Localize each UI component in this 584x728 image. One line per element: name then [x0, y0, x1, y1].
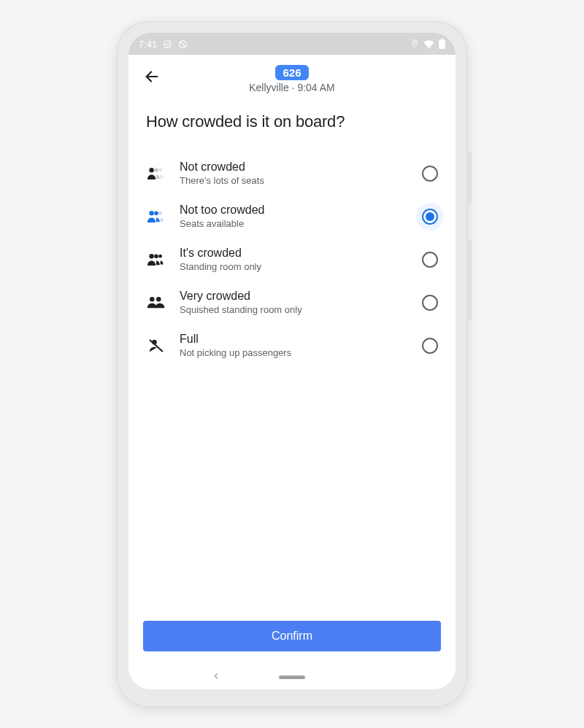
phone-side-button	[467, 152, 472, 204]
svg-point-13	[154, 254, 158, 258]
system-nav-bar	[128, 665, 456, 689]
option-its-crowded[interactable]: It's crowdedStanding room only	[146, 238, 438, 281]
options-list: Not crowdedThere's lots of seatsNot too …	[146, 152, 438, 367]
phone-side-button	[467, 240, 472, 320]
svg-rect-4	[441, 39, 444, 40]
crowd-level-icon	[146, 209, 166, 224]
battery-icon	[439, 39, 445, 49]
radio-button[interactable]	[422, 209, 438, 225]
svg-rect-3	[439, 40, 445, 49]
radio-button[interactable]	[422, 338, 438, 354]
option-subtitle: Not picking up passengers	[180, 347, 409, 358]
app-bar: 626 Kellyville · 9:04 AM	[128, 55, 456, 98]
footer: Confirm	[128, 612, 456, 665]
confirm-button[interactable]: Confirm	[143, 621, 441, 651]
svg-point-9	[149, 211, 153, 215]
option-title: It's crowded	[180, 247, 409, 260]
svg-point-6	[149, 168, 153, 172]
option-title: Very crowded	[180, 290, 409, 303]
content-area: How crowded is it on board? Not crowdedT…	[128, 98, 456, 612]
crowd-level-icon	[146, 295, 166, 310]
crowd-level-icon	[146, 338, 166, 353]
wifi-icon	[423, 39, 434, 49]
option-not-too-crowded[interactable]: Not too crowdedSeats available	[146, 195, 438, 238]
nav-home-pill[interactable]	[279, 675, 305, 679]
screen: 7:41	[128, 33, 456, 689]
svg-point-12	[149, 254, 153, 258]
radio-button[interactable]	[422, 295, 438, 311]
option-title: Not crowded	[180, 160, 409, 174]
option-subtitle: Standing room only	[180, 261, 409, 272]
radio-button[interactable]	[422, 166, 438, 182]
option-very-crowded[interactable]: Very crowdedSquished standing room only	[146, 281, 438, 324]
arrow-left-icon	[144, 69, 160, 85]
crowd-level-icon	[146, 252, 166, 267]
option-full[interactable]: FullNot picking up passengers	[146, 324, 438, 367]
crowd-level-icon	[146, 166, 166, 181]
route-subtitle: Kellyville · 9:04 AM	[249, 82, 335, 93]
do-not-disturb-icon	[178, 39, 188, 49]
svg-point-15	[150, 296, 155, 301]
radio-button[interactable]	[422, 252, 438, 268]
option-subtitle: Squished standing room only	[180, 304, 409, 315]
nav-back-button[interactable]	[212, 670, 220, 684]
svg-point-14	[158, 254, 162, 257]
route-chip: 626	[275, 65, 308, 80]
svg-point-8	[158, 168, 162, 171]
question-heading: How crowded is it on board?	[146, 112, 438, 131]
svg-point-10	[154, 211, 158, 215]
status-time: 7:41	[139, 39, 157, 50]
option-title: Not too crowded	[180, 204, 409, 217]
svg-point-2	[414, 42, 416, 44]
option-subtitle: Seats available	[180, 218, 409, 229]
phone-frame: 7:41	[117, 21, 467, 707]
svg-point-11	[158, 211, 162, 214]
location-icon	[410, 39, 419, 48]
svg-point-16	[156, 296, 161, 301]
svg-point-7	[154, 168, 158, 172]
status-bar: 7:41	[128, 33, 456, 55]
option-subtitle: There's lots of seats	[180, 175, 409, 186]
screenshot-icon	[163, 39, 172, 49]
option-title: Full	[180, 333, 409, 346]
option-not-crowded[interactable]: Not crowdedThere's lots of seats	[146, 152, 438, 195]
back-button[interactable]	[140, 65, 164, 88]
